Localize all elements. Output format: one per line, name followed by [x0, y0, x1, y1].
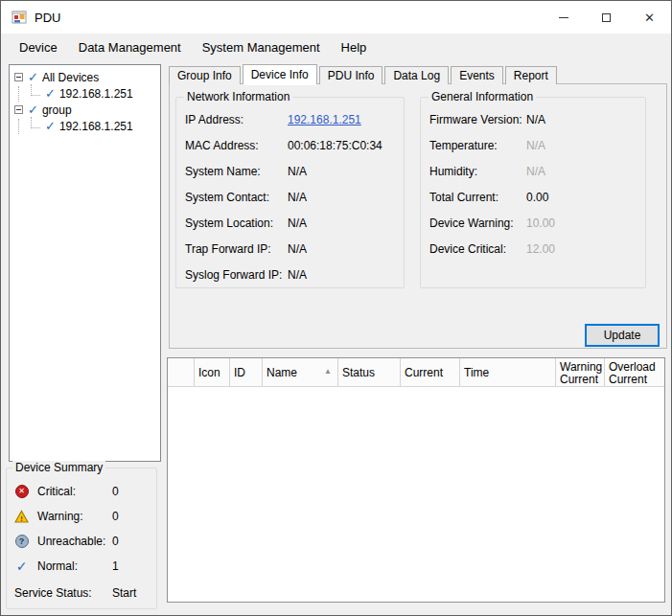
column-header-time[interactable]: Time	[460, 358, 556, 386]
tree-node-all-devices[interactable]: ✓ All Devices	[10, 69, 160, 85]
column-header-id[interactable]: ID	[230, 358, 263, 386]
sort-ascending-icon: ▲	[324, 368, 332, 376]
total-current-label: Total Current:	[429, 191, 526, 204]
app-icon	[12, 10, 27, 25]
trap-forward-ip-value: N/A	[288, 242, 307, 256]
maximize-icon	[602, 13, 611, 22]
group-title: Device Summary	[12, 461, 105, 474]
summary-row-unreachable: ? Unreachable: 0	[14, 534, 156, 549]
close-icon: ✕	[644, 11, 655, 24]
check-icon: ✓	[28, 71, 38, 83]
ip-address-label: IP Address:	[185, 113, 288, 126]
ip-address-link[interactable]: 192.168.1.251	[288, 113, 361, 126]
mac-address-label: MAC Address:	[185, 139, 288, 152]
table-body-empty	[168, 387, 664, 603]
tab-events[interactable]: Events	[451, 66, 503, 84]
device-tree: ✓ All Devices ✓ 192.168.1.251 ✓ group ✓ …	[9, 64, 161, 462]
column-header-current[interactable]: Current	[401, 358, 460, 386]
device-table: Icon ID Name▲ Status Current Time Warnin…	[167, 357, 665, 603]
device-critical-value: 12.00	[526, 242, 555, 256]
column-header-row-selector[interactable]	[168, 358, 195, 386]
device-critical-label: Device Critical:	[429, 242, 526, 256]
tab-strip: Group Info Device Info PDU Info Data Log…	[169, 64, 559, 84]
warning-icon: !	[14, 510, 29, 524]
warning-count: 0	[112, 510, 119, 523]
column-header-overload-current[interactable]: Overload Current	[605, 358, 665, 386]
summary-row-warning: ! Warning: 0	[14, 509, 156, 524]
tree-node-device-1[interactable]: ✓ 192.168.1.251	[10, 85, 160, 102]
device-info-page: Network Information IP Address:192.168.1…	[169, 83, 667, 349]
pdu-window: PDU ✕ Device Data Management System Mana…	[0, 0, 672, 616]
tab-data-log[interactable]: Data Log	[384, 66, 449, 84]
system-contact-label: System Contact:	[185, 191, 288, 204]
collapse-icon[interactable]	[14, 73, 23, 81]
system-name-label: System Name:	[185, 165, 288, 178]
normal-count: 1	[112, 559, 119, 573]
tab-group-info[interactable]: Group Info	[169, 66, 241, 84]
tree-node-device-2[interactable]: ✓ 192.168.1.251	[10, 118, 160, 134]
group-title: Network Information	[184, 90, 292, 103]
temperature-label: Temperature:	[429, 139, 526, 152]
humidity-value: N/A	[526, 165, 545, 178]
group-title: General Information	[429, 90, 536, 103]
summary-row-normal: ✓ Normal: 1	[14, 559, 156, 574]
device-warning-label: Device Warning:	[429, 217, 526, 230]
humidity-label: Humidity:	[429, 165, 526, 178]
system-contact-value: N/A	[288, 191, 307, 204]
tree-node-group[interactable]: ✓ group	[10, 102, 160, 118]
system-name-value: N/A	[288, 165, 307, 178]
normal-check-icon: ✓	[16, 559, 28, 573]
collapse-icon[interactable]	[14, 105, 23, 114]
menu-device[interactable]: Device	[9, 35, 68, 59]
svg-text:!: !	[20, 513, 23, 522]
trap-forward-ip-label: Trap Forward IP:	[185, 242, 288, 256]
tree-connector-icon	[31, 84, 40, 96]
device-summary-group: Device Summary ✕ Critical: 0 ! Warning: …	[6, 468, 157, 609]
menu-system-management[interactable]: System Management	[192, 35, 331, 59]
menu-data-management[interactable]: Data Management	[68, 35, 192, 59]
syslog-forward-ip-label: Syslog Forward IP:	[185, 268, 288, 282]
table-header-row: Icon ID Name▲ Status Current Time Warnin…	[168, 358, 664, 387]
tab-device-info[interactable]: Device Info	[243, 64, 317, 84]
menu-bar: Device Data Management System Management…	[1, 34, 671, 60]
service-status-row: Service Status: Start	[14, 586, 156, 600]
column-header-name[interactable]: Name▲	[263, 358, 338, 386]
update-button[interactable]: Update	[585, 324, 660, 347]
window-title: PDU	[35, 11, 60, 25]
column-header-status[interactable]: Status	[338, 358, 401, 386]
tab-pdu-info[interactable]: PDU Info	[319, 66, 383, 84]
syslog-forward-ip-value: N/A	[288, 268, 307, 282]
service-status-label: Service Status:	[14, 586, 92, 600]
check-icon: ✓	[28, 103, 38, 116]
maximize-button[interactable]	[585, 1, 628, 34]
tab-report[interactable]: Report	[505, 66, 557, 84]
firmware-version-value: N/A	[526, 113, 545, 126]
total-current-value: 0.00	[526, 191, 548, 204]
menu-help[interactable]: Help	[331, 35, 378, 59]
minimize-button[interactable]	[542, 1, 585, 34]
temperature-value: N/A	[526, 139, 545, 152]
general-information-group: General Information Firmware Version:N/A…	[420, 97, 646, 288]
system-location-value: N/A	[288, 217, 307, 230]
tree-connector-icon	[31, 117, 40, 128]
unreachable-count: 0	[112, 535, 119, 548]
unreachable-icon: ?	[15, 535, 29, 548]
summary-row-critical: ✕ Critical: 0	[14, 484, 156, 499]
network-information-group: Network Information IP Address:192.168.1…	[175, 97, 405, 288]
device-warning-value: 10.00	[526, 217, 555, 230]
minimize-icon	[559, 17, 568, 18]
close-button[interactable]: ✕	[628, 1, 671, 34]
check-icon: ✓	[45, 120, 56, 132]
check-icon: ✓	[45, 87, 56, 100]
column-header-warning-current[interactable]: Warning Current	[556, 358, 605, 386]
critical-icon: ✕	[15, 485, 29, 498]
column-header-icon[interactable]: Icon	[195, 358, 230, 386]
system-location-label: System Location:	[185, 217, 288, 230]
critical-count: 0	[112, 485, 119, 498]
mac-address-value: 00:06:18:75:C0:34	[288, 139, 382, 152]
title-bar: PDU ✕	[1, 1, 671, 34]
service-status-value: Start	[112, 586, 136, 600]
firmware-version-label: Firmware Version:	[429, 113, 526, 126]
